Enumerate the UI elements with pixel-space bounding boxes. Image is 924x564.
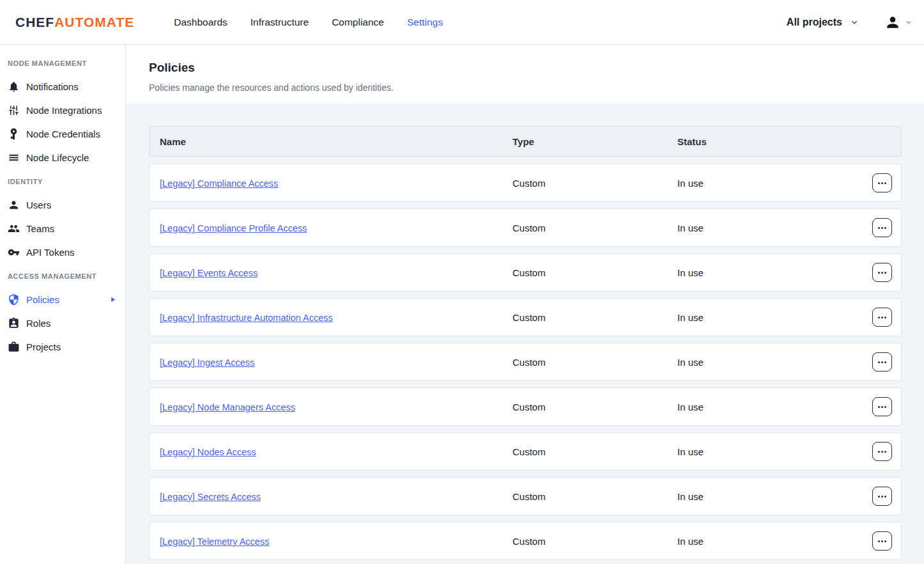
page-description: Policies manage the resources and action… xyxy=(149,82,924,93)
policy-status: In use xyxy=(677,491,901,502)
policy-type: Custom xyxy=(512,223,677,233)
section-label-access-management: ACCESS MANAGEMENT xyxy=(0,264,125,288)
sidebar-item-node-lifecycle[interactable]: Node Lifecycle xyxy=(0,146,125,169)
ellipsis-icon xyxy=(878,540,880,542)
bell-icon xyxy=(8,81,20,93)
policy-link[interactable]: [Legacy] Node Managers Access xyxy=(160,402,295,412)
policy-type: Custom xyxy=(512,312,677,323)
row-menu-button[interactable] xyxy=(872,531,892,551)
row-menu-button[interactable] xyxy=(872,442,892,461)
sidebar-item-users[interactable]: Users xyxy=(0,193,125,217)
row-menu-button[interactable] xyxy=(872,173,892,192)
sidebar-item-node-credentials[interactable]: Node Credentials xyxy=(0,122,125,146)
ellipsis-icon xyxy=(878,182,880,184)
briefcase-icon xyxy=(8,341,20,353)
sidebar-item-node-integrations[interactable]: Node Integrations xyxy=(0,98,125,122)
sidebar-item-label: Projects xyxy=(26,341,61,352)
policy-type: Custom xyxy=(512,402,677,412)
settings-sidebar: NODE MANAGEMENT Notifications Node Integ… xyxy=(0,45,126,564)
policy-link[interactable]: [Legacy] Secrets Access xyxy=(160,492,261,502)
projects-filter-dropdown[interactable]: All projects xyxy=(787,17,859,28)
submenu-arrow-icon[interactable] xyxy=(109,296,116,303)
user-menu[interactable] xyxy=(884,14,912,31)
policy-type: Custom xyxy=(512,267,677,278)
policy-link[interactable]: [Legacy] Infrastructure Automation Acces… xyxy=(160,313,333,323)
policy-type: Custom xyxy=(512,491,677,502)
policy-link[interactable]: [Legacy] Compliance Access xyxy=(160,178,278,189)
sidebar-item-api-tokens[interactable]: API Tokens xyxy=(0,240,125,264)
list-icon xyxy=(8,152,20,164)
section-label-identity: IDENTITY xyxy=(0,169,125,193)
policy-link[interactable]: [Legacy] Nodes Access xyxy=(160,447,256,457)
key-vertical-icon xyxy=(8,128,20,140)
chevron-down-icon xyxy=(850,18,859,27)
ellipsis-icon xyxy=(878,361,880,363)
policy-type: Custom xyxy=(512,446,677,457)
row-menu-button[interactable] xyxy=(872,218,892,237)
chef-automate-logo[interactable]: CHEFAUTOMATE xyxy=(15,15,134,30)
logo-chef-text: CHEF xyxy=(15,15,54,30)
policy-status: In use xyxy=(677,357,901,368)
ellipsis-icon xyxy=(878,406,880,408)
table-header-row: Name Type Status xyxy=(149,126,902,157)
user-avatar-icon xyxy=(884,14,901,31)
sidebar-item-teams[interactable]: Teams xyxy=(0,217,125,240)
table-row: [Legacy] Compliance Access Custom In use xyxy=(149,164,902,202)
sidebar-item-label: Notifications xyxy=(26,81,79,92)
policy-link[interactable]: [Legacy] Events Access xyxy=(160,268,258,278)
sidebar-item-policies[interactable]: Policies xyxy=(0,288,125,311)
column-header-type: Type xyxy=(512,136,677,147)
person-icon xyxy=(8,199,20,211)
top-nav-right: All projects xyxy=(787,14,912,31)
ellipsis-icon xyxy=(878,272,880,274)
policy-type: Custom xyxy=(512,178,677,189)
table-row: [Legacy] Infrastructure Automation Acces… xyxy=(149,298,902,336)
top-nav: CHEFAUTOMATE Dashboards Infrastructure C… xyxy=(0,0,924,45)
policy-type: Custom xyxy=(512,357,677,368)
row-menu-button[interactable] xyxy=(872,352,892,372)
table-row: [Legacy] Compliance Profile Access Custo… xyxy=(149,208,902,247)
sidebar-item-label: Policies xyxy=(26,294,59,305)
policy-status: In use xyxy=(677,178,901,189)
column-header-status: Status xyxy=(677,136,901,147)
projects-filter-label: All projects xyxy=(787,17,842,28)
row-menu-button[interactable] xyxy=(872,397,892,416)
table-row: [Legacy] Ingest Access Custom In use xyxy=(149,343,902,381)
sidebar-item-projects[interactable]: Projects xyxy=(0,335,125,359)
table-row: [Legacy] Nodes Access Custom In use xyxy=(149,432,902,471)
sidebar-item-label: Teams xyxy=(26,223,54,234)
table-row: [Legacy] Telemetry Access Custom In use xyxy=(149,522,902,560)
table-row: [Legacy] Node Managers Access Custom In … xyxy=(149,388,902,426)
chef-automate-app: CHEFAUTOMATE Dashboards Infrastructure C… xyxy=(0,0,924,564)
row-menu-button[interactable] xyxy=(872,263,892,282)
sidebar-item-roles[interactable]: Roles xyxy=(0,311,125,335)
key-icon xyxy=(8,246,20,258)
nav-compliance[interactable]: Compliance xyxy=(332,17,384,28)
table-row: [Legacy] Events Access Custom In use xyxy=(149,253,902,292)
policy-type: Custom xyxy=(512,536,677,547)
row-menu-button[interactable] xyxy=(872,487,892,506)
nav-dashboards[interactable]: Dashboards xyxy=(174,17,227,28)
sidebar-item-label: Roles xyxy=(26,318,50,329)
sidebar-item-notifications[interactable]: Notifications xyxy=(0,75,125,98)
nav-settings[interactable]: Settings xyxy=(407,17,443,28)
policy-status: In use xyxy=(677,536,901,547)
table-row: [Legacy] Secrets Access Custom In use xyxy=(149,477,902,515)
policy-status: In use xyxy=(677,446,901,457)
ellipsis-icon xyxy=(878,496,880,497)
page-title: Policies xyxy=(149,61,924,75)
column-header-name: Name xyxy=(160,136,512,147)
policy-link[interactable]: [Legacy] Compliance Profile Access xyxy=(160,223,307,233)
section-label-node-management: NODE MANAGEMENT xyxy=(0,51,125,75)
policy-status: In use xyxy=(677,267,901,278)
policy-link[interactable]: [Legacy] Ingest Access xyxy=(160,357,254,368)
page-header: Policies Policies manage the resources a… xyxy=(126,45,924,104)
sidebar-item-label: Users xyxy=(26,200,51,210)
policy-link[interactable]: [Legacy] Telemetry Access xyxy=(160,537,269,547)
row-menu-button[interactable] xyxy=(872,308,892,327)
main-content: Policies Policies manage the resources a… xyxy=(126,45,924,564)
logo-automate-text: AUTOMATE xyxy=(54,15,134,30)
badge-icon xyxy=(8,317,20,329)
policy-status: In use xyxy=(677,223,901,233)
nav-infrastructure[interactable]: Infrastructure xyxy=(250,17,309,28)
